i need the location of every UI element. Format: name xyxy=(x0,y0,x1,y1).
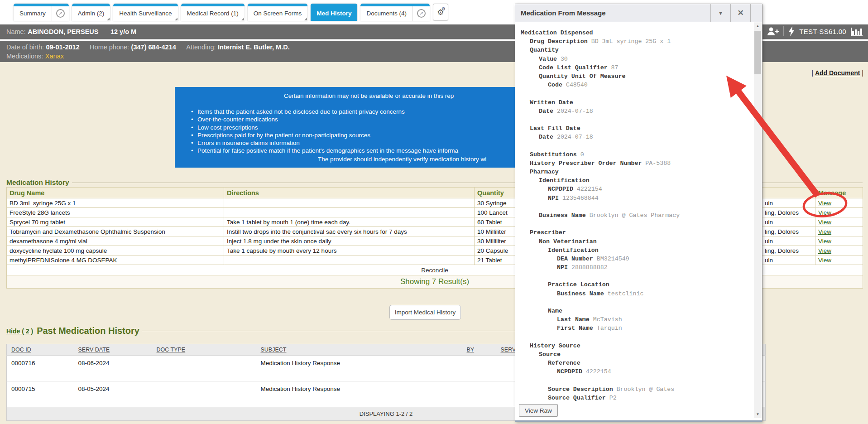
tab-health-surveillance[interactable]: Health Surveillance xyxy=(113,4,177,21)
view-message-link[interactable]: View xyxy=(818,238,831,245)
col-directions[interactable]: Directions xyxy=(224,188,475,198)
phone-label: Home phone: xyxy=(90,43,129,51)
modal-tree-label: Quantity Unit Of Measure xyxy=(539,73,626,80)
view-message-link[interactable]: View xyxy=(818,209,831,216)
scrollbar-thumb[interactable] xyxy=(754,31,761,74)
tab-admin[interactable]: Admin (2) xyxy=(72,4,110,21)
reconcile-link[interactable]: Reconcile xyxy=(421,267,448,274)
modal-tree-line: Identification xyxy=(521,246,752,255)
modal-tree-line: Prescriber xyxy=(521,228,752,237)
col-by[interactable]: BY xyxy=(462,344,496,356)
hide-past-history-link[interactable]: Hide ( 2 ) xyxy=(6,328,33,335)
chart-icon[interactable] xyxy=(851,27,863,36)
col-message[interactable]: Message xyxy=(815,188,863,198)
add-person-icon[interactable] xyxy=(767,27,779,36)
col-doc-id[interactable]: DOC ID xyxy=(7,344,74,356)
gear-small-icon: ⚙ xyxy=(441,7,446,11)
col-subject[interactable]: SUBJECT xyxy=(256,344,462,356)
modal-tree-label: Drug Description xyxy=(530,38,588,45)
view-message-link[interactable]: View xyxy=(818,257,831,264)
view-message-link[interactable]: View xyxy=(818,200,831,207)
modal-tree-label: Code xyxy=(548,82,562,88)
view-raw-button[interactable]: View Raw xyxy=(519,404,558,417)
tab-summary-popout[interactable]: ↗ xyxy=(52,4,69,21)
modal-tree-label: Value xyxy=(539,56,557,63)
modal-tree-label: Substitutions xyxy=(530,151,577,158)
modal-tree-label: Reference xyxy=(548,360,580,366)
tab-documents-popout[interactable]: ↗ xyxy=(412,4,430,21)
modal-tree-value: 2024-07-18 xyxy=(553,134,593,140)
modal-tree-label: Code List Qualifier xyxy=(539,64,608,71)
modal-tree-label: NPI xyxy=(548,195,559,202)
patient-age-sex: 12 y/o M xyxy=(110,28,136,35)
cell-doc-id: 0000716 xyxy=(7,356,74,381)
modal-tree-line: NCPDPID 4222154 xyxy=(521,367,752,376)
close-icon[interactable]: ✕ xyxy=(730,4,750,22)
modal-tree-label: Written Date xyxy=(530,99,573,106)
view-message-link[interactable]: View xyxy=(818,228,831,235)
view-message-link[interactable]: View xyxy=(818,219,831,226)
tab-medical-record[interactable]: Medical Record (1) xyxy=(181,4,245,21)
scroll-up-icon[interactable]: ▲ xyxy=(754,22,762,30)
lightning-icon[interactable] xyxy=(788,26,795,36)
tab-documents[interactable]: Documents (4) ↗ xyxy=(360,4,430,21)
col-doc-type[interactable]: DOC TYPE xyxy=(152,344,256,356)
external-link-icon: ↗ xyxy=(417,9,426,18)
divider xyxy=(783,26,784,36)
cell-directions: Inject 1.8 mg under the skin once daily xyxy=(224,236,475,246)
modal-tree-line: NCPDPID 4222154 xyxy=(521,185,752,193)
dob-label: Date of birth: xyxy=(6,43,44,51)
modal-tree-label: Last Name xyxy=(557,316,590,323)
external-link-icon: ↗ xyxy=(56,9,65,18)
screen: Summary ↗ Admin (2) Health Surveillance … xyxy=(0,0,868,424)
tab-menu-fold-icon xyxy=(241,18,244,20)
modal-tree-label: NCPDPID xyxy=(548,186,573,193)
medications-value[interactable]: Xanax xyxy=(45,53,64,60)
modal-tree-label: First Name xyxy=(557,325,593,332)
modal-tree-line: Business Name testclinic xyxy=(521,289,752,298)
notice-intro: Certain information may not be available… xyxy=(284,92,454,99)
dialog-title-bar[interactable]: Medication From Message ▼ ✕ xyxy=(515,4,762,22)
add-document-link[interactable]: Add Document xyxy=(815,69,860,77)
tab-med-history[interactable]: Med History xyxy=(311,4,357,21)
cell-drug: doxycycline hyclate 100 mg capsule xyxy=(7,246,224,255)
notice-bullet: Prescriptions paid for by the patient or… xyxy=(191,131,458,139)
import-medical-history-button[interactable]: Import Medical History xyxy=(389,305,461,320)
view-message-link[interactable]: View xyxy=(818,247,831,254)
dialog-collapse-button[interactable]: ▼ xyxy=(710,4,730,22)
modal-tree-label: Name xyxy=(548,308,562,314)
cell-prescriber-partial: uin xyxy=(762,236,815,246)
col-serv-date[interactable]: SERV DATE xyxy=(74,344,152,356)
modal-tree-line xyxy=(521,220,752,228)
tab-menu-fold-icon xyxy=(304,18,307,20)
dialog-scrollbar[interactable]: ▲ ▼ xyxy=(754,22,762,418)
settings-button[interactable]: ⚙ ⚙ xyxy=(433,4,448,21)
tab-on-screen-forms[interactable]: On Screen Forms xyxy=(248,4,308,21)
modal-tree-label: Identification xyxy=(548,247,599,254)
modal-tree-label: NPI xyxy=(557,264,568,271)
scroll-down-icon[interactable]: ▼ xyxy=(754,410,762,418)
modal-tree-line xyxy=(521,116,752,124)
station-id: TEST-SS61.00 xyxy=(799,28,846,35)
modal-tree-line: Medication Dispensed xyxy=(521,29,752,37)
modal-tree-value: P2 xyxy=(606,395,617,401)
modal-tree-line: Business Name Brooklyn @ Gates Pharmacy xyxy=(521,211,752,220)
tab-summary[interactable]: Summary ↗ xyxy=(14,4,69,21)
cell-directions: Take 1 capsule by mouth every 12 hours xyxy=(224,246,475,255)
title-bar-spacer xyxy=(750,4,762,22)
message-tree: Medication DispensedDrug Description BD … xyxy=(521,29,752,402)
cell-prescriber-partial: uin xyxy=(762,198,815,208)
modal-tree-value: testclinic xyxy=(604,290,644,297)
modal-tree-line: History Prescriber Order Number PA-5388 xyxy=(521,159,752,168)
modal-tree-line xyxy=(521,141,752,150)
modal-tree-line: Code List Qualifier 87 xyxy=(521,63,752,72)
modal-tree-value: 1235468844 xyxy=(559,195,599,202)
col-drug-name[interactable]: Drug Name xyxy=(7,188,224,198)
cell-drug: Sprycel 70 mg tablet xyxy=(7,217,224,227)
cell-directions xyxy=(224,208,475,217)
modal-tree-line: NPI 2888888882 xyxy=(521,263,752,272)
cell-drug: Tobramycin and Dexamethasone Ophthalmic … xyxy=(7,227,224,236)
dialog-title: Medication From Message xyxy=(515,9,710,17)
add-document-link-wrap: | Add Document | xyxy=(811,69,863,77)
modal-tree-line xyxy=(521,272,752,280)
